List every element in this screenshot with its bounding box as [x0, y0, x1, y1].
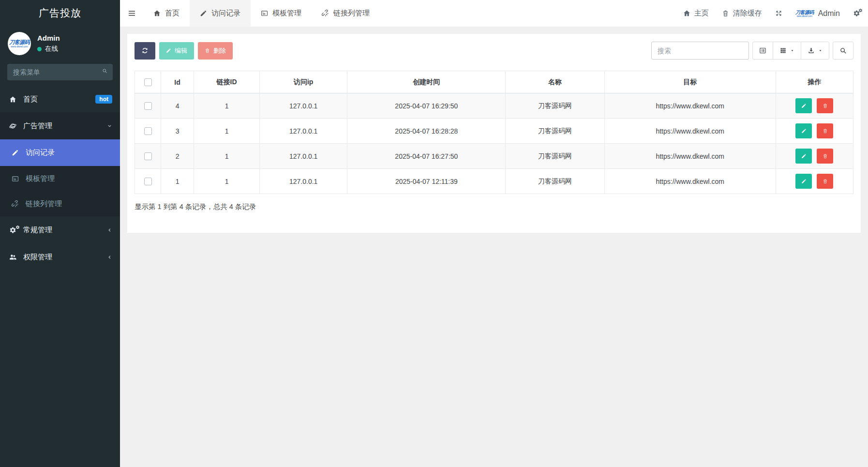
pencil-icon [10, 149, 20, 156]
gears-icon [8, 226, 17, 234]
row-checkbox[interactable] [144, 178, 152, 185]
cell-created: 2025-04-07 12:11:39 [347, 169, 506, 194]
tab-template-management[interactable]: 模板管理 [251, 0, 312, 27]
fullscreen-button[interactable] [775, 10, 782, 17]
hamburger-icon [128, 9, 136, 17]
row-checkbox[interactable] [144, 102, 152, 110]
sidebar-toggle-button[interactable] [120, 0, 143, 27]
avatar-logo-subtext: www.dkewl.com [11, 45, 28, 48]
online-status-dot [37, 47, 42, 51]
table-row: 1 1 127.0.0.1 2025-04-07 12:11:39 刀客源码网 … [135, 169, 853, 194]
app-title: 广告投放 [0, 0, 120, 26]
sidebar: 广告投放 刀客源码 www.dkewl.com Admin 在线 首页 [0, 0, 120, 467]
row-delete-button[interactable] [817, 149, 833, 164]
navbar-username: Admin [818, 9, 840, 18]
sidebar-item-home[interactable]: 首页 hot [0, 86, 120, 112]
tab-link-management[interactable]: 链接列管理 [312, 0, 380, 27]
avatar: 刀客源码 www.dkewl.com [8, 32, 31, 55]
cell-id: 2 [161, 144, 194, 169]
cell-operate [776, 93, 853, 119]
cell-target: https://www.dkewl.com [604, 144, 776, 169]
cell-operate [776, 119, 853, 144]
homepage-link[interactable]: 主页 [683, 9, 709, 18]
toolbar-left: 编辑 删除 [135, 42, 233, 60]
user-info: Admin 在线 [37, 34, 60, 53]
cell-target: https://www.dkewl.com [604, 119, 776, 144]
content-area: 编辑 删除 [120, 27, 868, 467]
edit-button[interactable]: 编辑 [159, 42, 194, 60]
tab-label: 模板管理 [272, 9, 301, 18]
users-icon [8, 253, 17, 261]
edit-button-label: 编辑 [175, 46, 187, 55]
row-delete-button[interactable] [817, 123, 833, 138]
tab-visit-records[interactable]: 访问记录 [190, 0, 251, 27]
delete-button[interactable]: 删除 [198, 42, 233, 60]
row-checkbox[interactable] [144, 152, 152, 160]
row-checkbox[interactable] [144, 127, 152, 135]
cell-ip: 127.0.0.1 [260, 144, 347, 169]
pencil-icon [200, 10, 207, 17]
trash-icon [823, 103, 828, 108]
refresh-icon [141, 47, 149, 54]
settings-button[interactable] [853, 10, 860, 17]
advanced-search-button[interactable] [833, 42, 853, 60]
caret-down-icon [790, 48, 794, 53]
export-button[interactable] [801, 42, 829, 60]
cell-name: 刀客源码网 [506, 93, 604, 119]
toolbar-right [651, 42, 853, 60]
sidebar-item-label: 访问记录 [26, 148, 55, 157]
sidebar-search-input[interactable] [7, 64, 113, 80]
user-menu[interactable]: 刀客源码 www.dkewl.com Admin [795, 9, 840, 18]
table-row: 4 1 127.0.0.1 2025-04-07 16:29:50 刀客源码网 … [135, 93, 853, 119]
top-navbar: 首页 访问记录 模板管理 链接列管理 主页 [120, 0, 868, 27]
column-header-ip[interactable]: 访问ip [260, 71, 347, 93]
row-edit-button[interactable] [795, 98, 812, 113]
row-edit-button[interactable] [795, 123, 812, 138]
tab-home[interactable]: 首页 [143, 0, 190, 27]
row-edit-button[interactable] [795, 149, 812, 164]
sidebar-item-ad-management[interactable]: 广告管理 [0, 112, 120, 139]
sidebar-item-label: 常规管理 [23, 226, 52, 235]
column-header-operate[interactable]: 操作 [776, 71, 853, 93]
column-header-link-id[interactable]: 链接ID [194, 71, 260, 93]
row-delete-button[interactable] [817, 174, 833, 189]
template-icon [10, 175, 20, 182]
sidebar-item-permission-management[interactable]: 权限管理 [0, 243, 120, 271]
column-header-created[interactable]: 创建时间 [347, 71, 506, 93]
caret-down-icon [818, 48, 823, 53]
cell-link-id: 1 [194, 169, 260, 194]
hot-badge: hot [95, 95, 112, 104]
sidebar-item-general-management[interactable]: 常规管理 [0, 216, 120, 243]
card-view-button[interactable] [752, 42, 773, 60]
search-icon [102, 68, 107, 74]
column-header-id[interactable]: Id [161, 71, 194, 93]
table-search-input[interactable] [651, 42, 749, 60]
columns-button[interactable] [773, 42, 801, 60]
row-delete-button[interactable] [817, 98, 833, 113]
row-edit-button[interactable] [795, 174, 812, 189]
sidebar-item-label: 模板管理 [26, 174, 55, 183]
table-header-row: Id 链接ID 访问ip 创建时间 名称 目标 操作 [135, 71, 853, 93]
select-all-checkbox[interactable] [144, 78, 152, 86]
user-panel: 刀客源码 www.dkewl.com Admin 在线 [0, 26, 120, 62]
sidebar-item-link-management[interactable]: 链接列管理 [0, 191, 120, 216]
treeview-ad-management: 广告管理 访问记录 模板管理 链接列管理 [0, 112, 120, 216]
chevron-down-icon [107, 123, 112, 129]
submenu: 访问记录 模板管理 链接列管理 [0, 139, 120, 216]
sidebar-item-label: 首页 [23, 95, 38, 104]
cell-operate [776, 169, 853, 194]
home-icon [153, 10, 161, 17]
cell-name: 刀客源码网 [506, 119, 604, 144]
sidebar-item-template-management[interactable]: 模板管理 [0, 166, 120, 191]
column-header-name[interactable]: 名称 [506, 71, 604, 93]
delete-button-label: 删除 [213, 46, 226, 55]
link-icon [322, 10, 329, 17]
pencil-icon [801, 103, 807, 108]
refresh-button[interactable] [135, 42, 155, 60]
sidebar-item-visit-records[interactable]: 访问记录 [0, 139, 120, 166]
clear-cache-button[interactable]: 清除缓存 [722, 9, 762, 18]
column-header-target[interactable]: 目标 [604, 71, 776, 93]
pencil-icon [801, 179, 807, 184]
trash-icon [205, 48, 210, 53]
navbar-right: 主页 清除缓存 刀客源码 www.dkewl.com Admin [683, 0, 868, 27]
